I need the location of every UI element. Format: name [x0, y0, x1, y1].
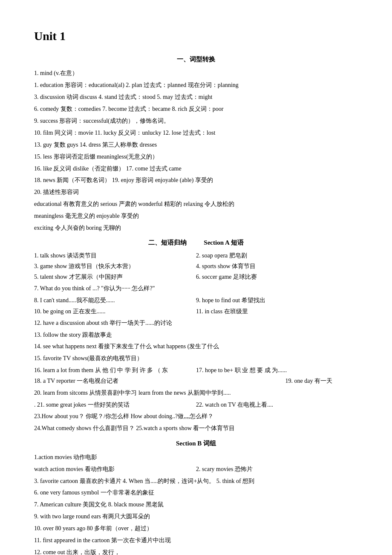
phrase-row-5: 8. I can't stand.....我不能忍受...... 9. hope…: [34, 295, 358, 306]
phrase-20: 20. learn from sitcoms 从情景喜剧中学习 learn fr…: [34, 387, 358, 399]
phrase-22: 22. watch on TV 在电视上看....: [196, 399, 358, 410]
phrase-3: 3. game show 游戏节目（快乐大本营）: [34, 261, 196, 272]
line-success: 9. success 形容词：successful(成功的），修饰名词。: [34, 116, 358, 127]
section-b-list: 1.action movies 动作电影 watch action movies…: [34, 452, 358, 555]
phrase-7: 7. What do you think of ...? "你认为······ …: [34, 283, 358, 294]
phrase-4: 4. sports show 体育节目: [196, 261, 358, 272]
phrase-row-3: 5. talent show 才艺展示（中国好声 6. soccer game …: [34, 272, 358, 282]
line-less: 15. less 形容词否定后缀 meaningless(无意义的）: [34, 151, 358, 162]
sb-phrase-7: 7. American culture 美国文化 8. black mouse …: [34, 499, 358, 510]
phrase-row-2: 3. game show 游戏节目（快乐大本营） 4. sports show …: [34, 261, 358, 272]
phrase-12: 12. have a discussion about sth 举行一场关于..…: [34, 318, 358, 329]
phrase-19: 19. one day 有一天: [183, 376, 358, 386]
sb-phrase-1: 1.action movies 动作电影: [34, 452, 358, 463]
phrase-21: . 21. some great jokes 一些好笑的笑话: [34, 399, 196, 410]
phrase-row-11: 16. learn a lot from them 从 他 们 中 学 到 许 …: [34, 365, 358, 376]
sb-phrase-2: 2. scary movies 恐怖片: [196, 464, 358, 474]
phrase-row-14: . 21. some great jokes 一些好笑的笑话 22. watch…: [34, 399, 358, 410]
phrase-15: 15. favorite TV shows(最喜欢的电视节目）: [34, 353, 358, 364]
line-20: 20. 描述性形容词: [34, 187, 358, 198]
phrase-11: 11. in class 在班级里: [196, 306, 358, 317]
phrase-9: 9. hope to find out 希望找出: [196, 295, 358, 306]
line-film: 10. film 同义词：movie 11. lucky 反义词：unlucky…: [34, 127, 358, 139]
section2-title: 二、短语归纳: [148, 237, 187, 249]
word-form-section: 1. mind (v.在意） 1. education 形容词：educatio…: [34, 68, 358, 233]
sb-phrase-11: 11. first appeared in the cartoon 第一次在卡通…: [34, 535, 358, 546]
line-mind: 1. mind (v.在意）: [34, 68, 358, 79]
sb-phrase-watch: watch action movies 看动作电影: [34, 464, 196, 474]
phrase-row-12: 18. a TV reporter 一名电视台记者 19. one day 有一…: [34, 376, 358, 386]
sb-phrase-6: 6. one very famous symbol 一个非常著名的象征: [34, 487, 358, 498]
phrase-13: 13. follow the story 跟着故事走: [34, 330, 358, 341]
phrase-row-6: 10. be going on 正在发生...... 11. in class …: [34, 306, 358, 317]
line-discussion: 3. discussion 动词 discuss 4. stand 过去式：st…: [34, 92, 358, 103]
section1-title: 一、词型转换: [34, 54, 358, 65]
line-education: 1. education 形容词：educational(al) 2. plan…: [34, 80, 358, 91]
line-descriptive1: educational 有教育意义的 serious 严肃的 wonderful…: [34, 199, 358, 210]
line-guy: 13. guy 复数 guys 14. dress 第三人称单数 dresses: [34, 139, 358, 150]
phrase-16: 16. learn a lot from them 从 他 们 中 学 到 许 …: [34, 365, 196, 376]
phrase-row-1: 1. talk shows 谈话类节目 2. soap opera 肥皂剧: [34, 250, 358, 261]
phrase-18: 18. a TV reporter 一名电视台记者: [34, 376, 183, 386]
page-title: Unit 1: [34, 26, 358, 47]
phrase-1: 1. talk shows 谈话类节目: [34, 250, 196, 261]
line-descriptive2: meaningless 毫无意义的 enjoyable 享受的: [34, 211, 358, 222]
sb-phrase-3: 3. favorite cartoon 最喜欢的卡通片 4. When 当...…: [34, 476, 358, 487]
line-comedy: 6. comedy 复数：comedies 7. become 过去式：beca…: [34, 104, 358, 115]
section-a-list: 1. talk shows 谈话类节目 2. soap opera 肥皂剧 3.…: [34, 250, 358, 434]
phrase-23: 23.How about you？ 你呢？/你怎么样 How about doi…: [34, 411, 358, 422]
sb-phrase-10: 10. over 80 years ago 80 多年前（over，超过）: [34, 523, 358, 534]
phrase-6: 6. soccer game 足球比赛: [196, 272, 358, 282]
phrase-24-25: 24.What comedy shows 什么喜剧节目？ 25.watch a …: [34, 423, 358, 434]
phrase-8: 8. I can't stand.....我不能忍受......: [34, 295, 196, 306]
phrase-17: 17. hope to be+ 职 业 想 要 成 为......: [196, 365, 358, 376]
phrase-2: 2. soap opera 肥皂剧: [196, 250, 358, 261]
phrase-10: 10. be going on 正在发生......: [34, 306, 196, 317]
phrase-14: 14. see what happens next 看接下来发生了什么 what…: [34, 341, 358, 352]
sb-row-2: watch action movies 看动作电影 2. scary movie…: [34, 464, 358, 474]
line-like: 16. like 反义词 dislike（否定前缀） 17. come 过去式 …: [34, 163, 358, 174]
section2-sub: Section A 短语: [204, 237, 243, 249]
sb-phrase-9: 9. with two large round ears 有两只大圆耳朵的: [34, 511, 358, 522]
sb-phrase-12: 12. come out 出来，出版，发行，: [34, 547, 358, 555]
line-news: 18. news 新闻（不可数名词） 19. enjoy 形容词 enjoyab…: [34, 175, 358, 186]
line-descriptive3: exciting 令人兴奋的 boring 无聊的: [34, 223, 358, 234]
phrase-5: 5. talent show 才艺展示（中国好声: [34, 272, 196, 282]
section-b-title: Section B 词组: [34, 438, 358, 449]
